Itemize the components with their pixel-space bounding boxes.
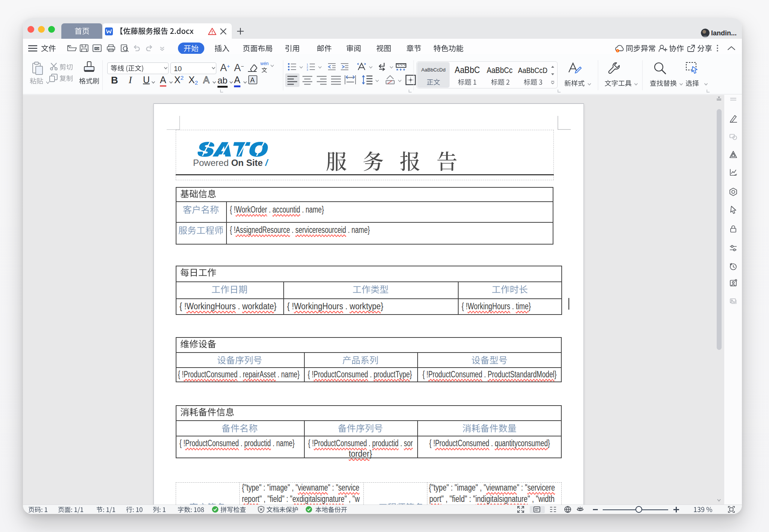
svg-text:3: 3 [307, 68, 308, 71]
svg-text:1: 1 [307, 63, 308, 66]
svg-text:PDF: PDF [95, 47, 100, 50]
svg-text:2: 2 [307, 66, 308, 68]
svg-text:A: A [250, 76, 255, 84]
svg-text:!: ! [617, 49, 618, 53]
